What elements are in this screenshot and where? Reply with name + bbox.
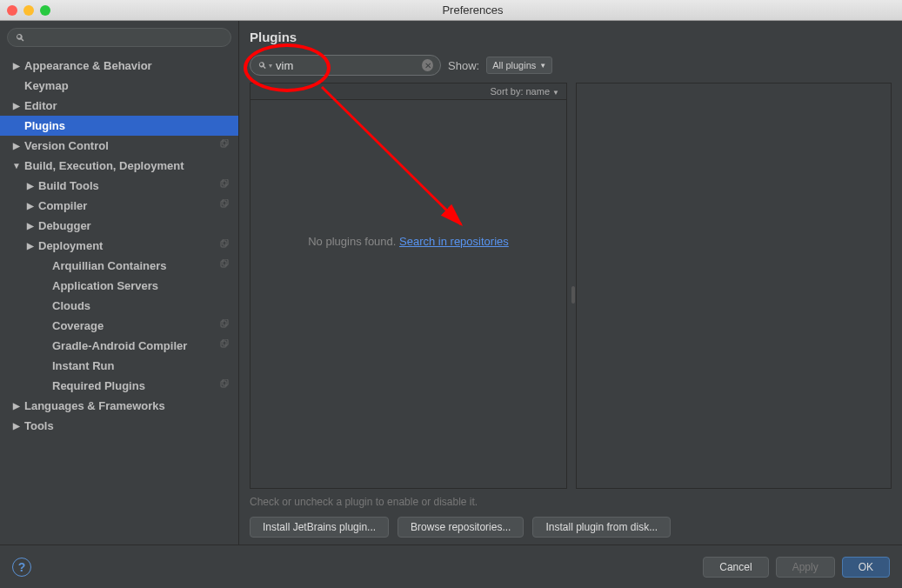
sidebar-item-arquillian-containers[interactable]: Arquillian Containers: [0, 256, 238, 276]
preferences-tree: ▶Appearance & BehaviorKeymap▶EditorPlugi…: [0, 54, 238, 545]
sidebar-item-label: Editor: [24, 99, 57, 112]
show-filter-combo[interactable]: All plugins ▼: [486, 57, 552, 74]
disclosure-chevron: ▶: [26, 201, 35, 210]
cancel-button[interactable]: Cancel: [703, 557, 768, 578]
sidebar-item-editor[interactable]: ▶Editor: [0, 96, 238, 116]
search-in-repositories-link[interactable]: Search in repositories: [399, 235, 509, 248]
project-level-icon: [219, 239, 230, 252]
sidebar-item-languages-frameworks[interactable]: ▶Languages & Frameworks: [0, 396, 238, 416]
install-from-disk-button[interactable]: Install plugin from disk...: [532, 517, 671, 538]
panel-resize-handle[interactable]: [571, 286, 575, 304]
disclosure-chevron: ▶: [12, 61, 21, 70]
sidebar-item-label: Coverage: [52, 319, 104, 332]
svg-rect-12: [221, 341, 226, 347]
plugin-search-field[interactable]: ▾ ✕: [250, 55, 441, 76]
svg-rect-0: [221, 141, 226, 147]
help-button[interactable]: ?: [12, 558, 31, 577]
disclosure-chevron: ▶: [26, 181, 35, 190]
sidebar-item-label: Keymap: [24, 79, 69, 92]
sidebar-item-label: Gradle-Android Compiler: [52, 339, 187, 352]
window-title: Preferences: [50, 3, 895, 17]
sidebar-item-keymap[interactable]: Keymap: [0, 76, 238, 96]
ok-button[interactable]: OK: [842, 557, 890, 578]
sidebar-item-build-tools[interactable]: ▶Build Tools: [0, 176, 238, 196]
search-options-caret[interactable]: ▾: [269, 62, 272, 70]
sidebar-item-build-execution-deployment[interactable]: ▼Build, Execution, Deployment: [0, 156, 238, 176]
disclosure-chevron: ▶: [26, 241, 35, 251]
search-icon: [15, 32, 25, 43]
project-level-icon: [219, 379, 230, 392]
sidebar-item-label: Tools: [24, 419, 54, 432]
svg-rect-8: [221, 261, 226, 267]
no-results-text: No plugins found.: [308, 235, 399, 248]
sidebar-item-label: Build Tools: [38, 179, 99, 192]
sidebar-item-label: Build, Execution, Deployment: [24, 159, 184, 172]
project-level-icon: [219, 179, 230, 192]
sort-header[interactable]: Sort by: name ▼: [250, 83, 567, 99]
sort-label: Sort by: name: [491, 86, 550, 97]
sidebar-item-version-control[interactable]: ▶Version Control: [0, 136, 238, 156]
svg-rect-14: [221, 381, 226, 387]
sidebar-item-plugins[interactable]: Plugins: [0, 116, 238, 136]
sidebar-item-label: Debugger: [38, 219, 91, 232]
sidebar-item-deployment[interactable]: ▶Deployment: [0, 236, 238, 256]
svg-rect-4: [221, 201, 226, 207]
svg-rect-9: [223, 259, 228, 265]
project-level-icon: [219, 319, 230, 332]
minimize-window-button[interactable]: [23, 5, 34, 16]
sidebar-search-wrap: [0, 21, 238, 54]
plugin-list-panel: Sort by: name ▼ No plugins found. Search…: [250, 83, 567, 489]
sidebar-item-label: Arquillian Containers: [52, 259, 166, 272]
project-level-icon: [219, 139, 230, 152]
sidebar-item-label: Languages & Frameworks: [24, 399, 165, 412]
sidebar-item-required-plugins[interactable]: Required Plugins: [0, 376, 238, 396]
sidebar-item-debugger[interactable]: ▶Debugger: [0, 216, 238, 236]
sidebar-item-compiler[interactable]: ▶Compiler: [0, 196, 238, 216]
show-filter-value: All plugins: [492, 60, 536, 70]
project-level-icon: [219, 339, 230, 352]
browse-repositories-button[interactable]: Browse repositories...: [398, 517, 524, 538]
show-label: Show:: [448, 59, 479, 72]
clear-search-button[interactable]: ✕: [422, 59, 433, 71]
svg-rect-10: [221, 321, 226, 327]
install-jetbrains-plugin-button[interactable]: Install JetBrains plugin...: [250, 517, 389, 538]
project-level-icon: [219, 199, 230, 212]
plugin-detail-panel: [576, 83, 892, 489]
disclosure-chevron: ▶: [12, 101, 21, 110]
chevron-down-icon: ▼: [539, 62, 546, 70]
svg-rect-1: [223, 139, 228, 145]
sidebar-item-label: Application Servers: [52, 279, 158, 292]
sidebar-item-instant-run[interactable]: Instant Run: [0, 356, 238, 376]
apply-button[interactable]: Apply: [776, 557, 835, 578]
sidebar-search-input[interactable]: [7, 28, 231, 47]
disclosure-chevron: ▼: [12, 161, 21, 170]
disclosure-chevron: ▶: [12, 141, 21, 150]
sidebar-item-clouds[interactable]: Clouds: [0, 296, 238, 316]
sidebar: ▶Appearance & BehaviorKeymap▶EditorPlugi…: [0, 21, 239, 545]
close-window-button[interactable]: [7, 5, 17, 16]
svg-rect-7: [223, 239, 228, 245]
sidebar-item-label: Instant Run: [52, 359, 115, 372]
project-level-icon: [219, 259, 230, 272]
plugin-search-input[interactable]: [276, 59, 422, 72]
sidebar-item-label: Version Control: [24, 139, 109, 152]
sidebar-item-coverage[interactable]: Coverage: [0, 316, 238, 336]
svg-rect-5: [223, 199, 228, 205]
svg-rect-15: [223, 379, 228, 385]
footer: ? Cancel Apply OK: [0, 545, 902, 588]
sidebar-item-label: Appearance & Behavior: [24, 59, 152, 72]
sidebar-item-tools[interactable]: ▶Tools: [0, 416, 238, 436]
sidebar-item-gradle-android-compiler[interactable]: Gradle-Android Compiler: [0, 336, 238, 356]
hint-text: Check or uncheck a plugin to enable or d…: [250, 496, 892, 508]
zoom-window-button[interactable]: [40, 5, 50, 16]
page-title: Plugins: [250, 30, 892, 44]
sidebar-item-label: Plugins: [24, 119, 65, 132]
titlebar: Preferences: [0, 0, 902, 21]
sidebar-item-application-servers[interactable]: Application Servers: [0, 276, 238, 296]
search-icon: [257, 60, 267, 70]
plugin-list: No plugins found. Search in repositories: [250, 99, 567, 489]
sidebar-item-appearance-behavior[interactable]: ▶Appearance & Behavior: [0, 56, 238, 76]
disclosure-chevron: ▶: [12, 421, 21, 431]
disclosure-chevron: ▶: [12, 401, 21, 411]
svg-rect-2: [221, 181, 226, 187]
